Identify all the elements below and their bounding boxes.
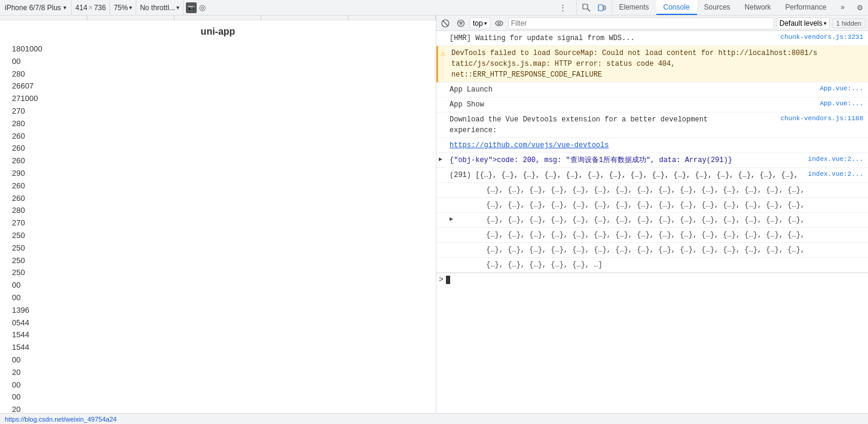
list-item: 00 xyxy=(12,292,424,304)
main-content: uni-app 18010000028026607271000270280260… xyxy=(0,16,868,413)
app-data-list: 1801000002802660727100027028026026026029… xyxy=(12,43,424,413)
width-value[interactable]: 414 xyxy=(75,4,87,12)
svg-rect-0 xyxy=(583,4,588,9)
svg-line-1 xyxy=(588,9,590,11)
device-chevron-icon: ▾ xyxy=(63,4,66,11)
tab-network[interactable]: Network xyxy=(738,0,778,15)
console-row-icon: ⚠ xyxy=(438,47,449,58)
console-row-icon xyxy=(436,99,447,100)
list-item: 260 xyxy=(12,142,424,155)
console-input-row[interactable]: > xyxy=(436,273,868,286)
zoom-selector[interactable]: 75% ▾ xyxy=(110,0,136,15)
list-item: 00 xyxy=(12,279,424,292)
console-row[interactable]: App LaunchApp.vue:... xyxy=(436,83,868,97)
console-row-content: [HMR] Waiting for update signal from WDS… xyxy=(447,32,778,44)
dimension-controls[interactable]: 414 × 736 xyxy=(72,0,110,15)
expand-arrow-icon[interactable]: ▶ xyxy=(439,155,442,163)
phone-simulator: uni-app 18010000028026607271000270280260… xyxy=(0,16,436,413)
console-array-content: {…}, {…}, {…}, {…}, {…}, {…}, {…}, {…}, … xyxy=(458,244,868,256)
cross-icon: × xyxy=(88,4,93,12)
devtools-link[interactable]: https://github.com/vuejs/vue-devtools xyxy=(450,141,609,150)
console-cursor xyxy=(446,276,450,284)
status-url: https://blog.csdn.net/weixin_49754a24 xyxy=(5,416,117,423)
device-selector[interactable]: iPhone 6/7/8 Plus ▾ xyxy=(0,0,72,15)
device-label: iPhone 6/7/8 Plus xyxy=(5,4,61,12)
devtools-settings-button[interactable]: ⚙ xyxy=(852,4,868,12)
console-filter-input[interactable] xyxy=(508,17,774,29)
zoom-label: 75% xyxy=(114,4,128,12)
list-item: 260 xyxy=(12,155,424,167)
eye-button[interactable] xyxy=(493,17,506,30)
more-options-button[interactable]: ⋮ xyxy=(557,2,569,14)
list-item: 280 xyxy=(12,205,424,217)
list-item: 270 xyxy=(12,105,424,118)
list-item: 250 xyxy=(12,230,424,242)
console-output[interactable]: [HMR] Waiting for update signal from WDS… xyxy=(436,31,868,413)
console-row[interactable]: Download the Vue Devtools extension for … xyxy=(436,112,868,138)
console-row[interactable]: ▶{"obj-key">code: 200, msg: "查询设备1所有数据成功… xyxy=(436,153,868,168)
console-row-source[interactable]: App.vue:... xyxy=(817,99,868,107)
console-row-content: App Show xyxy=(447,99,817,111)
console-row[interactable]: (291) [{…}, {…}, {…}, {…}, {…}, {…}, {…}… xyxy=(436,168,868,183)
tab-sources[interactable]: Sources xyxy=(697,0,738,15)
list-item: 1544 xyxy=(12,341,424,354)
console-row[interactable]: https://github.com/vuejs/vue-devtools xyxy=(436,138,868,153)
phone-app-content[interactable]: uni-app 18010000028026607271000270280260… xyxy=(0,20,436,413)
list-item: 250 xyxy=(12,242,424,255)
list-item: 260 xyxy=(12,180,424,193)
context-chevron-icon: ▾ xyxy=(484,20,487,26)
console-row: ▶ {…}, {…}, {…}, {…}, {…}, {…}, {…}, {…}… xyxy=(436,213,868,228)
console-row-source[interactable]: chunk-vendors.js:1188 xyxy=(778,114,868,122)
context-value: top xyxy=(473,19,483,28)
capture-icon[interactable]: ◎ xyxy=(197,2,209,14)
device-toggle-button[interactable] xyxy=(596,2,608,14)
capture-screenshot-button[interactable]: 📷 xyxy=(186,2,197,13)
throttle-selector[interactable]: No throttl... ▾ xyxy=(136,0,184,15)
console-row-content: Download the Vue Devtools extension for … xyxy=(447,114,778,136)
list-item: 20 xyxy=(12,404,424,413)
inspect-element-button[interactable] xyxy=(580,2,592,14)
list-item: 1544 xyxy=(12,329,424,341)
phone-ruler xyxy=(0,16,436,20)
log-levels-label: Default levels xyxy=(780,19,823,28)
svg-line-5 xyxy=(443,21,448,26)
clear-console-button[interactable] xyxy=(439,17,452,30)
console-row-source[interactable]: index.vue:2... xyxy=(806,154,868,163)
console-array-content: {…}, {…}, {…}, {…}, {…}, …] xyxy=(458,259,868,271)
tab-more[interactable]: » xyxy=(833,0,852,15)
console-row-source[interactable]: App.vue:... xyxy=(817,84,868,92)
console-row[interactable]: [HMR] Waiting for update signal from WDS… xyxy=(436,31,868,46)
tab-elements[interactable]: Elements xyxy=(612,0,656,15)
zoom-chevron-icon: ▾ xyxy=(129,4,132,11)
console-row-source[interactable]: index.vue:2... xyxy=(806,169,868,178)
emulator-toolbar: iPhone 6/7/8 Plus ▾ 414 × 736 75% ▾ No t… xyxy=(0,0,868,16)
console-row[interactable]: App ShowApp.vue:... xyxy=(436,97,868,112)
devtools-console: top ▾ Default levels ▾ 1 hidden [HMR] Wa… xyxy=(436,16,868,413)
throttle-chevron-icon: ▾ xyxy=(176,4,179,11)
console-row-icon xyxy=(436,114,447,115)
console-row-icon xyxy=(436,169,447,170)
list-item: 290 xyxy=(12,167,424,180)
console-row: {…}, {…}, {…}, {…}, {…}, {…}, {…}, {…}, … xyxy=(436,183,868,198)
list-item: 271000 xyxy=(12,93,424,105)
list-item: 00 xyxy=(12,379,424,392)
list-item: 1801000 xyxy=(12,43,424,56)
app-title: uni-app xyxy=(12,26,424,37)
tab-performance[interactable]: Performance xyxy=(778,0,834,15)
svg-rect-2 xyxy=(598,5,603,11)
toolbar-right-actions: ⋮ xyxy=(552,2,574,14)
log-levels-selector[interactable]: Default levels ▾ xyxy=(777,17,830,29)
console-row[interactable]: ⚠DevTools failed to load SourceMap: Coul… xyxy=(436,46,868,83)
console-row-source[interactable]: chunk-vendors.js:3231 xyxy=(778,32,868,41)
throttle-label: No throttl... xyxy=(140,4,175,12)
expand-arrow-icon[interactable]: ▶ xyxy=(450,215,453,222)
filter-toggle-button[interactable] xyxy=(454,17,467,30)
console-toolbar: top ▾ Default levels ▾ 1 hidden xyxy=(436,16,868,31)
height-value[interactable]: 736 xyxy=(94,4,106,12)
context-selector[interactable]: top ▾ xyxy=(470,17,490,29)
tab-console[interactable]: Console xyxy=(656,0,697,15)
console-row-content: https://github.com/vuejs/vue-devtools xyxy=(447,139,868,151)
list-item: 20 xyxy=(12,367,424,379)
console-row: {…}, {…}, {…}, {…}, {…}, {…}, {…}, {…}, … xyxy=(436,228,868,243)
svg-rect-3 xyxy=(604,6,606,10)
